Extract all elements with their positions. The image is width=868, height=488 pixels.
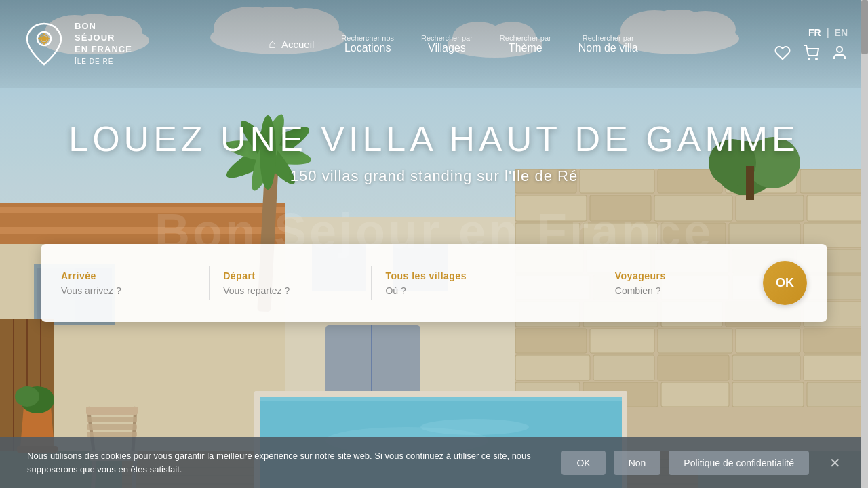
svg-rect-117 bbox=[87, 417, 137, 422]
nav-locations[interactable]: Rechercher nos Locations bbox=[341, 34, 394, 54]
svg-rect-73 bbox=[658, 355, 729, 380]
logo-icon bbox=[20, 20, 68, 68]
cookie-non-button[interactable]: Non bbox=[614, 451, 661, 475]
svg-rect-79 bbox=[732, 382, 804, 407]
nav-villa-sub: Rechercher par bbox=[578, 34, 638, 42]
nav-villages[interactable]: Rechercher par Villages bbox=[421, 34, 473, 54]
location-label: Tous les villages bbox=[385, 270, 587, 281]
hero-content: LOUEZ UNE VILLA HAUT DE GAMME 150 villas… bbox=[0, 119, 868, 185]
departure-label: Départ bbox=[223, 270, 357, 281]
cookie-close-button[interactable]: ✕ bbox=[829, 455, 841, 471]
nav-locations-sub: Rechercher nos bbox=[341, 34, 394, 42]
cookie-policy-button[interactable]: Politique de confidentialité bbox=[669, 451, 809, 475]
lang-fr[interactable]: FR bbox=[808, 27, 821, 38]
svg-point-103 bbox=[420, 419, 529, 435]
scrollbar-thumb[interactable] bbox=[861, 0, 868, 54]
search-divider-1 bbox=[209, 266, 210, 300]
nav-home-label: Accueil bbox=[281, 39, 314, 50]
nav-theme[interactable]: Rechercher par Thème bbox=[500, 34, 551, 54]
home-icon: ⌂ bbox=[269, 37, 276, 52]
favorites-button[interactable] bbox=[774, 45, 791, 61]
svg-rect-70 bbox=[804, 329, 868, 353]
svg-rect-78 bbox=[661, 382, 729, 407]
arrival-placeholder: Vous arrivez ? bbox=[61, 285, 195, 296]
nav-theme-main: Thème bbox=[500, 42, 551, 54]
nav-villages-main: Villages bbox=[421, 42, 473, 54]
svg-point-121 bbox=[41, 36, 47, 41]
nav-home-link[interactable]: ⌂ Accueil bbox=[269, 37, 314, 52]
travelers-field[interactable]: Voyageurs Combien ? bbox=[615, 270, 749, 296]
departure-field[interactable]: Départ Vous repartez ? bbox=[223, 270, 357, 296]
svg-point-128 bbox=[816, 58, 817, 60]
svg-rect-66 bbox=[515, 329, 587, 353]
svg-rect-74 bbox=[732, 355, 800, 380]
travelers-label: Voyageurs bbox=[615, 270, 749, 281]
nav-villages-sub: Rechercher par bbox=[421, 34, 473, 42]
logo-text: BON SÉJOUR EN FRANCE Île de Ré bbox=[75, 21, 132, 67]
svg-rect-69 bbox=[736, 329, 800, 353]
svg-rect-72 bbox=[593, 355, 654, 380]
cart-button[interactable] bbox=[803, 45, 819, 61]
user-button[interactable] bbox=[831, 45, 848, 61]
arrival-label: Arrivée bbox=[61, 270, 195, 281]
nav-villa[interactable]: Rechercher par Nom de villa bbox=[578, 34, 638, 54]
svg-rect-116 bbox=[86, 407, 138, 415]
search-divider-2 bbox=[371, 266, 372, 300]
hero-subtitle: 150 villas grand standing sur l'Ile de R… bbox=[0, 167, 868, 185]
nav-center: ⌂ Accueil Rechercher nos Locations Reche… bbox=[132, 34, 774, 54]
logo[interactable]: BON SÉJOUR EN FRANCE Île de Ré bbox=[20, 20, 132, 68]
lang-en[interactable]: EN bbox=[835, 27, 848, 38]
svg-rect-68 bbox=[658, 329, 732, 353]
svg-point-110 bbox=[15, 386, 39, 407]
svg-rect-119 bbox=[87, 432, 137, 437]
svg-rect-45 bbox=[807, 195, 868, 221]
svg-rect-75 bbox=[804, 355, 868, 380]
cookie-actions: OK Non Politique de confidentialité bbox=[561, 451, 809, 475]
lang-switcher: FR | EN bbox=[808, 27, 848, 38]
svg-rect-67 bbox=[590, 329, 654, 353]
svg-rect-71 bbox=[515, 355, 590, 380]
cookie-text: Nous utilisons des cookies pour vous gar… bbox=[27, 449, 548, 476]
search-ok-button[interactable]: OK bbox=[763, 261, 807, 305]
svg-point-127 bbox=[808, 58, 810, 60]
location-field[interactable]: Tous les villages Où ? bbox=[385, 270, 587, 296]
lang-separator: | bbox=[827, 27, 829, 38]
nav-locations-main: Locations bbox=[341, 42, 394, 54]
nav-theme-sub: Rechercher par bbox=[500, 34, 551, 42]
svg-rect-104 bbox=[254, 391, 627, 396]
scrollbar[interactable] bbox=[861, 0, 868, 488]
nav-villa-main: Nom de villa bbox=[578, 42, 638, 54]
hero-title: LOUEZ UNE VILLA HAUT DE GAMME bbox=[0, 119, 868, 159]
svg-rect-80 bbox=[807, 382, 868, 407]
cookie-ok-button[interactable]: OK bbox=[561, 451, 605, 475]
navbar: BON SÉJOUR EN FRANCE Île de Ré ⌂ Accueil… bbox=[0, 0, 868, 88]
search-box: Arrivée Vous arrivez ? Départ Vous repar… bbox=[41, 244, 827, 322]
travelers-placeholder: Combien ? bbox=[615, 285, 749, 296]
nav-icons bbox=[774, 45, 848, 61]
departure-placeholder: Vous repartez ? bbox=[223, 285, 357, 296]
arrival-field[interactable]: Arrivée Vous arrivez ? bbox=[61, 270, 195, 296]
svg-rect-118 bbox=[87, 424, 137, 430]
svg-point-129 bbox=[837, 47, 842, 52]
cookie-banner: Nous utilisons des cookies pour vous gar… bbox=[0, 437, 868, 488]
nav-right: FR | EN bbox=[774, 27, 848, 61]
location-placeholder: Où ? bbox=[385, 285, 587, 296]
search-divider-3 bbox=[601, 266, 601, 300]
